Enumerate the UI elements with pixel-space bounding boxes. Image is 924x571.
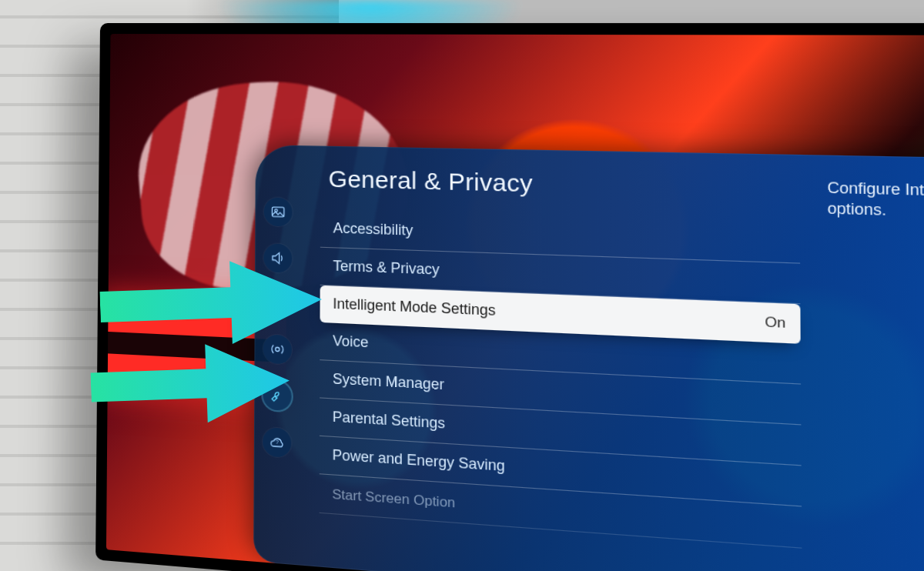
settings-icon-rail: ? [253, 145, 301, 566]
menu-item-label: Voice [333, 332, 368, 351]
settings-description: Configure Intellige options. [818, 155, 924, 571]
menu-item-label: Accessibility [333, 220, 413, 239]
sound-icon[interactable] [263, 243, 292, 273]
settings-panel: ? General & Privacy Accessibility Terms … [253, 145, 924, 571]
picture-icon[interactable] [264, 197, 293, 226]
svg-text:?: ? [276, 439, 279, 446]
menu-item-label: Start Screen Option [332, 486, 455, 512]
page-title: General & Privacy [329, 165, 800, 205]
menu-item-label: System Manager [333, 371, 444, 394]
photo-scene: ? General & Privacy Accessibility Terms … [0, 0, 924, 571]
menu-item-label: Intelligent Mode Settings [333, 296, 496, 319]
broadcast-icon[interactable] [263, 334, 292, 364]
wrench-icon[interactable] [263, 381, 291, 412]
tv: ? General & Privacy Accessibility Terms … [95, 23, 924, 571]
description-line: options. [828, 199, 924, 224]
tv-screen: ? General & Privacy Accessibility Terms … [106, 34, 924, 571]
menu-item-label: Power and Energy Saving [333, 447, 505, 476]
svg-point-2 [276, 347, 280, 351]
menu-item-label: Terms & Privacy [333, 258, 439, 279]
menu-item-value: On [765, 313, 785, 331]
settings-main: General & Privacy Accessibility Terms & … [300, 145, 821, 571]
menu-item-label: Parental Settings [333, 409, 445, 432]
settings-list: Accessibility Terms & Privacy Intelligen… [320, 210, 802, 549]
tv-bezel: ? General & Privacy Accessibility Terms … [95, 23, 924, 571]
cloud-icon[interactable]: ? [263, 427, 291, 458]
